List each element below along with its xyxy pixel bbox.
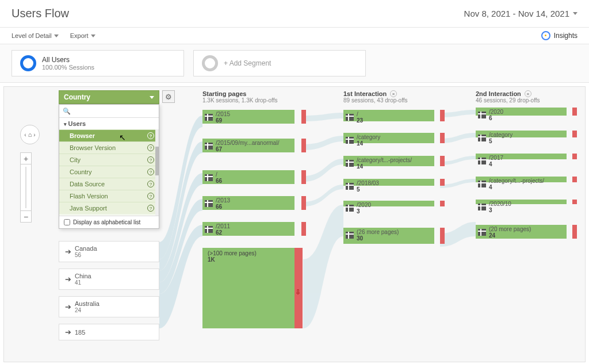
dimension-list: Browser? Browser Version? City? Country?… — [59, 129, 159, 216]
grid-icon — [205, 226, 213, 233]
country-row-australia[interactable]: ➔ Australia24 — [59, 296, 159, 317]
country-row-canada[interactable]: ➔ Canada56 — [59, 241, 159, 262]
zoom-out-button[interactable]: − — [21, 210, 31, 222]
flow-node[interactable]: /66 — [202, 170, 301, 187]
close-icon[interactable]: × — [525, 90, 531, 97]
flow-node[interactable]: /201162 — [202, 222, 301, 239]
dimension-item-flash-version[interactable]: Flash Version? — [59, 190, 159, 202]
close-icon[interactable]: × — [390, 90, 397, 97]
pan-home-control[interactable]: ‹ ⌂ › — [20, 125, 40, 144]
search-icon: 🔍 — [63, 108, 71, 115]
grid-icon — [478, 135, 486, 141]
arrow-right-icon: ➔ — [65, 302, 71, 311]
flow-node[interactable]: /201366 — [202, 196, 301, 213]
grid-icon — [346, 205, 354, 212]
country-row-more[interactable]: ➔ 185 — [59, 324, 159, 340]
help-icon[interactable]: ? — [147, 156, 154, 163]
grid-icon — [346, 137, 354, 144]
dimension-item-browser-version[interactable]: Browser Version? — [59, 141, 159, 154]
column-header-second: 2nd Interaction× 46 sessions, 29 drop-of… — [476, 90, 540, 104]
gear-icon: ⚙ — [165, 93, 172, 101]
help-icon[interactable]: ? — [147, 132, 154, 139]
grid-icon — [205, 143, 213, 150]
flow-node[interactable]: /23 — [343, 110, 440, 125]
flow-node[interactable]: /20206 — [476, 108, 572, 121]
grid-icon — [346, 114, 354, 121]
grid-icon — [346, 183, 354, 190]
settings-button[interactable]: ⚙ — [162, 90, 175, 103]
dimension-group-users[interactable]: Users — [59, 118, 159, 129]
level-of-detail-label: Level of Detail — [12, 32, 52, 39]
flow-node[interactable]: /category14 — [343, 133, 440, 148]
arrow-down-icon: ⇩ — [295, 288, 301, 296]
segment-all-users[interactable]: All Users 100.00% Sessions — [12, 50, 184, 76]
flow-node[interactable]: /2015/09/my...aranormal/67 — [202, 139, 301, 156]
dimension-item-language[interactable]: Language? — [59, 214, 159, 216]
flow-node[interactable]: /20203 — [343, 201, 440, 214]
chevron-left-icon: ‹ — [24, 132, 26, 138]
chevron-right-icon: › — [33, 132, 35, 138]
dimension-selected: Country — [64, 93, 90, 101]
help-icon[interactable]: ? — [147, 205, 154, 212]
insights-button[interactable]: Insights — [541, 31, 577, 40]
grid-icon — [346, 160, 354, 167]
level-of-detail-menu[interactable]: Level of Detail — [12, 32, 59, 39]
dimension-item-java-support[interactable]: Java Support? — [59, 202, 159, 214]
help-icon[interactable]: ? — [147, 193, 154, 200]
country-row-china[interactable]: ➔ China41 — [59, 269, 159, 290]
dimension-item-city[interactable]: City? — [59, 154, 159, 166]
help-icon[interactable]: ? — [147, 144, 154, 151]
grid-icon — [478, 204, 486, 210]
flow-node-more[interactable]: (26 more pages)30 — [343, 228, 440, 246]
alpha-label: Display as alphabetical list — [73, 219, 140, 225]
grid-icon — [205, 200, 213, 207]
add-segment-button[interactable]: + Add Segment — [193, 50, 366, 76]
insights-label: Insights — [554, 32, 577, 40]
chevron-down-icon — [91, 35, 95, 37]
scrollbar[interactable] — [155, 129, 159, 216]
dimension-item-data-source[interactable]: Data Source? — [59, 178, 159, 190]
chevron-down-icon — [573, 12, 577, 15]
flow-node[interactable]: /category/t...-projects/4 — [476, 177, 572, 190]
dimension-dropdown: 🔍 Users Browser? Browser Version? City? … — [59, 104, 159, 229]
dimension-alpha-toggle[interactable]: Display as alphabetical list — [59, 216, 159, 228]
dimension-item-browser[interactable]: Browser? — [59, 129, 159, 141]
help-icon[interactable]: ? — [147, 168, 154, 175]
arrow-right-icon: ➔ — [65, 328, 71, 336]
date-range-picker[interactable]: Nov 8, 2021 - Nov 14, 2021 — [464, 9, 577, 18]
grid-icon — [478, 158, 486, 164]
flow-node-more[interactable]: (20 more pages)24 — [476, 225, 572, 241]
flow-node[interactable]: /2020/103 — [476, 200, 572, 213]
page-header: Users Flow Nov 8, 2021 - Nov 14, 2021 — [0, 0, 589, 28]
nav-controls: ‹ ⌂ › + − — [20, 125, 40, 223]
grid-icon — [478, 112, 486, 118]
page-title: Users Flow — [12, 7, 69, 20]
grid-icon — [205, 174, 213, 181]
segment-ring-icon — [20, 55, 36, 71]
alpha-checkbox[interactable] — [64, 219, 70, 225]
flow-node[interactable]: /category/t...-projects/14 — [343, 156, 440, 171]
flow-node[interactable]: /2018/035 — [343, 179, 440, 193]
flow-node-more[interactable]: ⇩ (>100 more pages)1K — [202, 248, 294, 328]
segments-bar: All Users 100.00% Sessions + Add Segment — [0, 44, 589, 83]
flow-node[interactable]: /20174 — [476, 154, 572, 167]
dimension-selector: Country 🔍 Users Browser? Browser Version… — [59, 90, 159, 229]
flow-node[interactable]: /201569 — [202, 110, 301, 127]
zoom-in-button[interactable]: + — [21, 153, 31, 164]
flow-canvas[interactable]: ‹ ⌂ › + − Country 🔍 Users Browser? Brows… — [3, 86, 586, 362]
home-icon: ⌂ — [28, 131, 32, 138]
column-header-first: 1st Interaction× 89 sessions, 43 drop-of… — [343, 90, 408, 104]
help-icon[interactable]: ? — [147, 181, 154, 187]
export-menu[interactable]: Export — [70, 32, 95, 39]
flow-node[interactable]: /category5 — [476, 131, 572, 144]
segment-ring-empty-icon — [202, 55, 218, 71]
zoom-track[interactable] — [21, 164, 31, 210]
add-segment-label: + Add Segment — [224, 59, 271, 67]
toolbar: Level of Detail Export Insights — [0, 28, 589, 44]
dimension-search-input[interactable] — [73, 106, 155, 116]
arrow-right-icon: ➔ — [65, 247, 71, 256]
grid-icon — [478, 181, 486, 187]
dimension-header[interactable]: Country — [59, 90, 159, 104]
chevron-down-icon — [150, 96, 154, 99]
dimension-item-country[interactable]: Country? — [59, 166, 159, 178]
